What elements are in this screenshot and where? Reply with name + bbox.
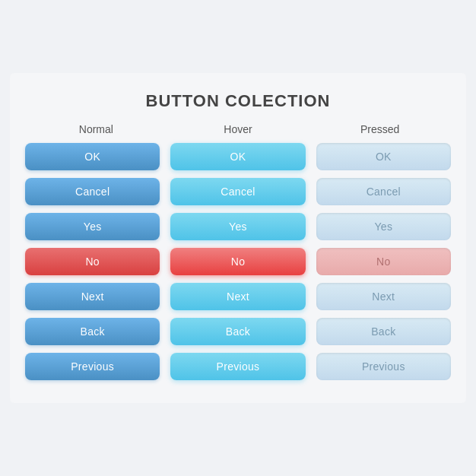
column-headers: Normal Hover Pressed: [25, 123, 451, 135]
btn-hover-ok[interactable]: OK: [170, 143, 305, 170]
btn-hover-yes[interactable]: Yes: [170, 213, 305, 240]
btn-normal-previous[interactable]: Previous: [25, 353, 160, 380]
btn-pressed-previous[interactable]: Previous: [316, 353, 451, 380]
header-pressed: Pressed: [309, 123, 451, 135]
btn-pressed-yes[interactable]: Yes: [316, 213, 451, 240]
page-title: BUTTON COLECTION: [25, 91, 451, 111]
btn-hover-previous[interactable]: Previous: [170, 353, 305, 380]
btn-normal-no[interactable]: No: [25, 248, 160, 275]
btn-hover-next[interactable]: Next: [170, 283, 305, 310]
btn-pressed-cancel[interactable]: Cancel: [316, 178, 451, 205]
main-container: BUTTON COLECTION Normal Hover Pressed OK…: [10, 73, 466, 403]
btn-pressed-no[interactable]: No: [316, 248, 451, 275]
btn-hover-cancel[interactable]: Cancel: [170, 178, 305, 205]
btn-normal-back[interactable]: Back: [25, 318, 160, 345]
btn-normal-cancel[interactable]: Cancel: [25, 178, 160, 205]
header-normal: Normal: [25, 123, 167, 135]
header-hover: Hover: [167, 123, 309, 135]
btn-normal-ok[interactable]: OK: [25, 143, 160, 170]
btn-normal-yes[interactable]: Yes: [25, 213, 160, 240]
btn-pressed-back[interactable]: Back: [316, 318, 451, 345]
btn-pressed-next[interactable]: Next: [316, 283, 451, 310]
btn-pressed-ok[interactable]: OK: [316, 143, 451, 170]
btn-normal-next[interactable]: Next: [25, 283, 160, 310]
btn-hover-no[interactable]: No: [170, 248, 305, 275]
button-grid: OKOKOKCancelCancelCancelYesYesYesNoNoNoN…: [25, 143, 451, 380]
btn-hover-back[interactable]: Back: [170, 318, 305, 345]
